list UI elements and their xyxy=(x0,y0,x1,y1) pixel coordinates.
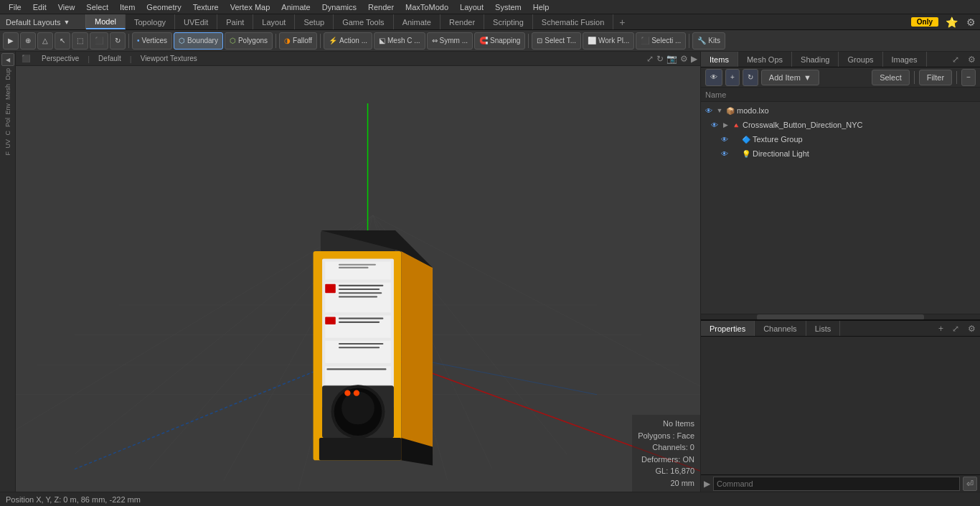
items-scrollbar[interactable] xyxy=(701,314,980,319)
status-size: 20 mm xyxy=(638,477,694,489)
menu-system[interactable]: System xyxy=(489,0,527,14)
item-expand-texgroup[interactable] xyxy=(731,135,740,144)
tab-images[interactable]: Images xyxy=(883,52,927,67)
items-eye-btn[interactable]: 👁 xyxy=(705,69,722,86)
viewport-default-btn[interactable]: Default xyxy=(95,55,124,62)
items-list-content[interactable]: 👁 ▼ 📦 modo.lxo 👁 ▶ 🔺 Crosswalk_Button_Di… xyxy=(701,102,980,314)
tab-items[interactable]: Items xyxy=(701,52,738,67)
item-expand-dirlight[interactable] xyxy=(731,149,740,158)
viewport-icon-more[interactable]: ▶ xyxy=(691,54,697,64)
menu-animate[interactable]: Animate xyxy=(275,0,316,14)
tab-paint[interactable]: Paint xyxy=(217,14,253,29)
action-btn[interactable]: ⚡ Action ... xyxy=(324,32,372,50)
add-item-btn[interactable]: Add Item ▼ xyxy=(761,70,819,85)
polygons-btn[interactable]: ⬡ Polygons xyxy=(225,32,273,50)
viewport-icon-camera[interactable]: 📷 xyxy=(666,54,677,64)
tab-groups[interactable]: Groups xyxy=(839,52,882,67)
rotate-btn[interactable]: ↻ xyxy=(110,32,126,50)
move-item-btn[interactable]: ⬚ xyxy=(72,32,88,50)
list-item[interactable]: 👁 🔷 Texture Group xyxy=(717,132,980,146)
menu-item[interactable]: Item xyxy=(114,0,141,14)
cmd-arrow-icon[interactable]: ▶ xyxy=(704,479,710,489)
item-eye-dirlight[interactable]: 👁 xyxy=(720,149,730,159)
viewport-icon-fit[interactable]: ⤢ xyxy=(646,54,654,64)
viewport-icon-settings[interactable]: ⚙ xyxy=(680,54,688,64)
viewport-canvas[interactable]: X Y Z No Items Polygons : Face Channels:… xyxy=(16,66,700,492)
properties-plus-icon[interactable]: + xyxy=(934,321,948,336)
tab-shading[interactable]: Shading xyxy=(792,52,839,67)
menu-render[interactable]: Render xyxy=(362,0,400,14)
tab-mesh-ops[interactable]: Mesh Ops xyxy=(738,52,792,67)
list-item[interactable]: 👁 ▼ 📦 modo.lxo xyxy=(701,103,980,118)
items-minus-btn[interactable]: − xyxy=(961,69,976,86)
item-expand-modo[interactable]: ▼ xyxy=(715,106,724,115)
globe-btn[interactable]: ⊕ xyxy=(20,32,36,50)
items-ref-btn[interactable]: ↻ xyxy=(743,69,758,86)
boundary-icon: ⬡ xyxy=(179,37,185,44)
menu-geometry[interactable]: Geometry xyxy=(141,0,187,14)
mesh-btn[interactable]: ⬕ Mesh C ... xyxy=(374,32,425,50)
right-panel-settings-icon[interactable]: ⚙ xyxy=(963,52,980,67)
viewport-icon-rotate[interactable]: ↻ xyxy=(656,54,664,64)
layout-icon-star[interactable]: ⭐ xyxy=(941,14,962,29)
properties-settings-icon[interactable]: ⚙ xyxy=(963,321,980,336)
snapping-btn[interactable]: 🧲 Snapping xyxy=(474,32,525,50)
menu-dynamics[interactable]: Dynamics xyxy=(316,0,362,14)
item-eye-modo[interactable]: 👁 xyxy=(704,106,714,116)
menu-view[interactable]: View xyxy=(52,0,81,14)
select-btn[interactable]: Select xyxy=(872,70,910,85)
item-eye-crosswalk[interactable]: 👁 xyxy=(710,120,720,130)
tab-lists[interactable]: Lists xyxy=(806,321,841,336)
menu-layout[interactable]: Layout xyxy=(454,0,489,14)
select-t-btn[interactable]: ⊡ Select T... xyxy=(532,32,581,50)
triangle-btn[interactable]: △ xyxy=(37,32,53,50)
transform-btn[interactable]: ⬛ xyxy=(90,32,108,50)
tab-render[interactable]: Render xyxy=(440,14,484,29)
selection-mode-btn[interactable]: ▶ xyxy=(3,32,19,50)
menu-texture[interactable]: Texture xyxy=(187,0,225,14)
vertices-btn[interactable]: • Vertices xyxy=(132,32,172,50)
falloff-btn[interactable]: ◑ Falloff xyxy=(279,32,317,50)
list-item[interactable]: 👁 💡 Directional Light xyxy=(717,146,980,161)
tab-scripting[interactable]: Scripting xyxy=(484,14,533,29)
tab-animate[interactable]: Animate xyxy=(394,14,440,29)
menu-help[interactable]: Help xyxy=(527,0,555,14)
properties-expand-icon[interactable]: ⤢ xyxy=(948,321,963,336)
menu-file[interactable]: File xyxy=(3,0,27,14)
viewport-textures-btn[interactable]: Viewport Textures xyxy=(138,55,200,62)
menu-select[interactable]: Select xyxy=(80,0,114,14)
item-expand-crosswalk[interactable]: ▶ xyxy=(721,121,730,129)
filter-btn[interactable]: Filter xyxy=(919,70,952,85)
tab-layout[interactable]: Layout xyxy=(253,14,295,29)
command-input[interactable] xyxy=(713,477,960,491)
tab-topology[interactable]: Topology xyxy=(126,14,175,29)
right-panel-expand-icon[interactable]: ⤢ xyxy=(948,52,963,67)
tab-setup[interactable]: Setup xyxy=(295,14,334,29)
cursor-btn[interactable]: ↖ xyxy=(55,32,70,50)
selecti-btn[interactable]: ⬛ Selecti ... xyxy=(636,32,686,50)
sidebar-collapse-btn[interactable]: ◀ xyxy=(1,53,14,66)
menu-vertex-map[interactable]: Vertex Map xyxy=(225,0,276,14)
cmd-execute-icon[interactable]: ⏎ xyxy=(963,477,977,491)
kits-btn[interactable]: 🔧 Kits xyxy=(692,32,725,50)
viewport-perspective-btn[interactable]: Perspective xyxy=(39,55,82,62)
menu-edit[interactable]: Edit xyxy=(27,0,52,14)
viewport-menu-btn[interactable]: ⬛ xyxy=(19,55,33,62)
work-plane-btn[interactable]: ⬜ Work Pl... xyxy=(583,32,634,50)
tab-properties[interactable]: Properties xyxy=(701,321,755,336)
tab-channels[interactable]: Channels xyxy=(755,321,806,336)
tab-game-tools[interactable]: Game Tools xyxy=(334,14,394,29)
layout-icon-settings[interactable]: ⚙ xyxy=(962,14,980,29)
boundary-btn[interactable]: ⬡ Boundary xyxy=(174,32,223,50)
item-eye-texgroup[interactable]: 👁 xyxy=(720,134,730,144)
items-add-btn[interactable]: + xyxy=(725,69,740,86)
symmetry-btn[interactable]: ⇔ Symm ... xyxy=(427,32,473,50)
menu-maxtomodo[interactable]: MaxToModo xyxy=(400,0,454,14)
add-layout-button[interactable]: + xyxy=(613,14,631,29)
tab-schematic-fusion[interactable]: Schematic Fusion xyxy=(533,14,613,29)
tab-uvedit[interactable]: UVEdit xyxy=(175,14,217,29)
tab-model[interactable]: Model xyxy=(86,14,126,29)
sidebar-label-dup: Dup xyxy=(4,67,11,82)
layout-dropdown[interactable]: Default Layouts ▼ xyxy=(0,14,86,29)
list-item[interactable]: 👁 ▶ 🔺 Crosswalk_Button_Direction_NYC xyxy=(707,118,980,132)
